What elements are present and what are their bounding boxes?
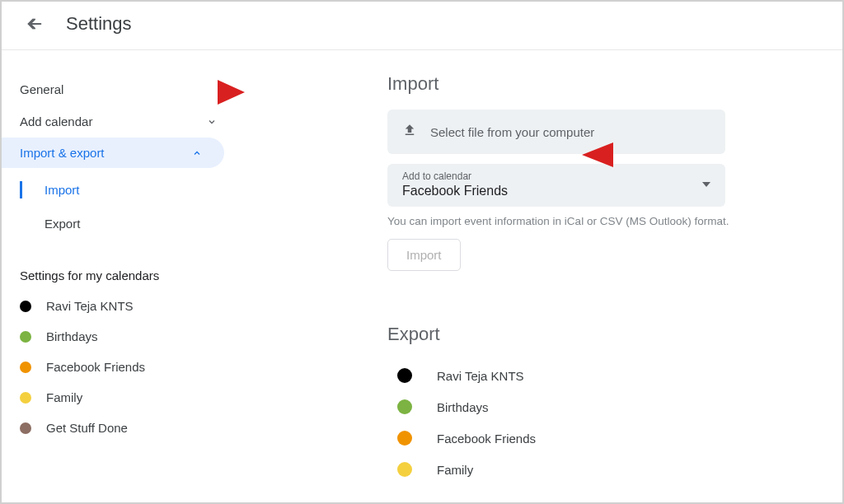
- sidebar-subitem-import[interactable]: Import: [20, 173, 239, 207]
- import-button-label: Import: [406, 248, 442, 262]
- sidebar-item-add-calendar[interactable]: Add calendar: [2, 105, 239, 138]
- calendar-label: Ravi Teja KNTS: [46, 299, 134, 313]
- calendar-label: Birthdays: [46, 329, 98, 343]
- add-to-calendar-select[interactable]: Add to calendar Facebook Friends: [387, 164, 725, 207]
- calendar-color-dot: [20, 331, 31, 343]
- import-hint: You can import event information in iCal…: [387, 215, 742, 227]
- sidebar-item-label: Export: [45, 217, 80, 231]
- back-arrow-icon[interactable]: [25, 14, 45, 34]
- sidebar-item-import-export[interactable]: Import & export: [2, 138, 224, 168]
- calendar-color-dot: [397, 399, 412, 414]
- calendar-color-dot: [397, 462, 412, 477]
- sidebar-calendar-item[interactable]: Get Stuff Done: [2, 413, 239, 443]
- export-heading: Export: [387, 324, 826, 345]
- calendar-label: Ravi Teja KNTS: [437, 369, 524, 383]
- chevron-up-icon: [191, 147, 203, 159]
- sidebar-calendar-item[interactable]: Facebook Friends: [2, 352, 239, 382]
- calendar-label: Family: [46, 390, 82, 404]
- header: Settings: [2, 2, 842, 50]
- calendar-color-dot: [20, 392, 31, 404]
- calendar-label: Birthdays: [437, 400, 489, 414]
- sidebar: General Add calendar Import & export Imp…: [2, 50, 239, 502]
- calendar-label: Get Stuff Done: [46, 421, 128, 435]
- calendar-label: Facebook Friends: [46, 360, 145, 374]
- import-button[interactable]: Import: [387, 239, 461, 271]
- caret-down-icon: [702, 177, 710, 192]
- upload-icon: [402, 123, 417, 141]
- export-calendar-item: Facebook Friends: [397, 422, 826, 454]
- sidebar-section-header: Settings for my calendars: [2, 260, 239, 291]
- sidebar-subitem-export[interactable]: Export: [20, 207, 239, 240]
- file-select-label: Select file from your computer: [430, 125, 594, 139]
- sidebar-item-label: General: [20, 82, 63, 96]
- calendar-label: Facebook Friends: [437, 432, 536, 446]
- calendar-label: Family: [437, 463, 473, 477]
- sidebar-calendar-item[interactable]: Ravi Teja KNTS: [2, 291, 239, 321]
- sidebar-item-label: Add calendar: [20, 114, 92, 128]
- sidebar-item-label: Import: [45, 183, 80, 197]
- dropdown-label: Add to calendar: [402, 170, 508, 182]
- dropdown-value: Facebook Friends: [402, 184, 508, 198]
- calendar-color-dot: [20, 362, 31, 373]
- export-calendar-item: Family: [397, 454, 826, 485]
- calendar-color-dot: [397, 368, 412, 383]
- sidebar-item-label: Import & export: [20, 146, 105, 160]
- page-title: Settings: [66, 13, 132, 35]
- sidebar-calendar-item[interactable]: Birthdays: [2, 321, 239, 352]
- main-content: Import Select file from your computer Ad…: [239, 50, 842, 502]
- export-calendar-item: Birthdays: [397, 391, 826, 422]
- export-calendar-item: Ravi Teja KNTS: [397, 360, 826, 391]
- calendar-color-dot: [397, 431, 412, 446]
- calendar-color-dot: [20, 301, 31, 312]
- sidebar-item-general[interactable]: General: [2, 73, 239, 105]
- import-heading: Import: [387, 73, 826, 95]
- sidebar-calendar-item[interactable]: Family: [2, 382, 239, 413]
- calendar-color-dot: [20, 422, 31, 434]
- chevron-down-icon: [206, 116, 218, 128]
- file-select-button[interactable]: Select file from your computer: [387, 110, 725, 154]
